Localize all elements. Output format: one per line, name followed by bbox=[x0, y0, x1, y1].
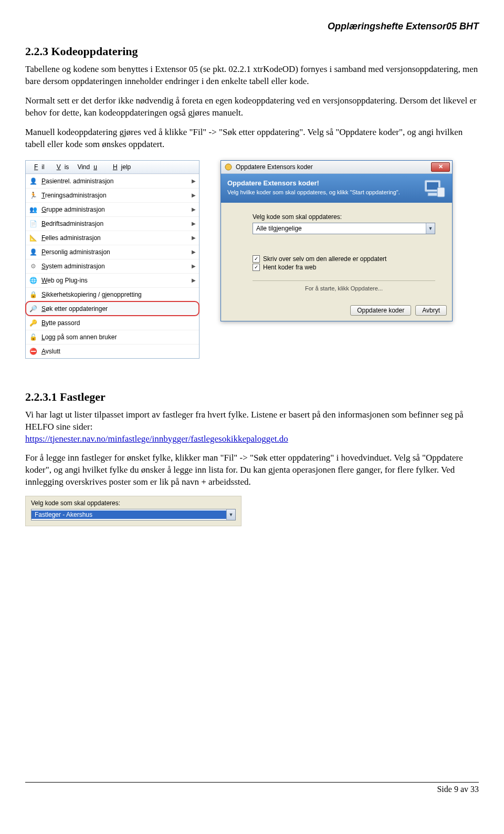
dialog-body: Velg kode som skal oppdateres: Alle tilg… bbox=[221, 203, 452, 305]
menu-item-icon: 👥 bbox=[29, 205, 37, 214]
cancel-button[interactable]: Avbryt bbox=[415, 305, 447, 316]
menu-item-treningsadministrasjon[interactable]: 🏃Treningsadministrasjon▶ bbox=[26, 188, 199, 202]
menu-item-icon: 🔓 bbox=[29, 333, 37, 341]
web-checkbox-row[interactable]: ✓ Hent koder fra web bbox=[253, 264, 435, 271]
paragraph: Manuell kodeoppdatering gjøres ved å kli… bbox=[25, 127, 479, 151]
menu-fil[interactable]: Fil bbox=[27, 162, 48, 172]
menu-item-icon: 📐 bbox=[29, 234, 37, 242]
separator bbox=[253, 280, 435, 281]
submenu-arrow-icon: ▶ bbox=[191, 263, 196, 269]
overwrite-checkbox-row[interactable]: ✓ Skriv over selv om den allerede er opp… bbox=[253, 255, 435, 263]
submenu-arrow-icon: ▶ bbox=[191, 192, 196, 198]
menu-item-label: Bedriftsadministrasjon bbox=[41, 220, 186, 227]
dialog-title-text: Oppdatere Extensors koder bbox=[236, 163, 313, 171]
submenu-arrow-icon: ▶ bbox=[191, 235, 196, 241]
combo-label: Velg kode som skal oppdateres: bbox=[253, 213, 435, 221]
menu-item-pasientrel-administrasjon[interactable]: 👤Pasientrel. administrasjon▶ bbox=[26, 174, 199, 188]
page-footer: Side 9 av 33 bbox=[25, 782, 479, 794]
menu-item-label: Søk etter oppdateringer bbox=[41, 305, 196, 312]
menu-item-label: Logg på som annen bruker bbox=[41, 333, 196, 341]
paragraph: For å legge inn fastleger for ønsket fyl… bbox=[25, 452, 479, 488]
menu-item-gruppe-administrasjon[interactable]: 👥Gruppe administrasjon▶ bbox=[26, 202, 199, 216]
doc-header: Opplæringshefte Extensor05 BHT bbox=[25, 21, 479, 32]
menubar: Fil Vis Vindu Hjelp bbox=[26, 161, 199, 174]
menu-item-icon: 🔒 bbox=[29, 290, 37, 299]
submenu-arrow-icon: ▶ bbox=[191, 221, 196, 226]
checkbox-icon[interactable]: ✓ bbox=[253, 255, 260, 263]
menu-item-label: Treningsadministrasjon bbox=[41, 192, 186, 199]
svg-rect-2 bbox=[427, 182, 438, 190]
menu-item-icon: 📄 bbox=[29, 220, 37, 228]
menu-item-label: Gruppe administrasjon bbox=[41, 206, 186, 213]
checkbox-label: Skriv over selv om den allerede er oppda… bbox=[263, 255, 386, 263]
menu-item-label: Bytte passord bbox=[41, 319, 196, 327]
menu-item-felles-administrasjon[interactable]: 📐Felles administrasjon▶ bbox=[26, 231, 199, 245]
menu-item-icon: 👤 bbox=[29, 177, 37, 185]
menu-item-personlig-administrasjon[interactable]: 👤Personlig administrasjon▶ bbox=[26, 245, 199, 259]
dialog-hint: For å starte, klikk Oppdatere... bbox=[253, 285, 435, 291]
section-heading: 2.2.3.1 Fastleger bbox=[25, 390, 479, 404]
submenu-arrow-icon: ▶ bbox=[191, 206, 196, 212]
dialog-banner: Oppdatere Extensors koder! Velg hvilke k… bbox=[221, 174, 452, 203]
update-button[interactable]: Oppdatere koder bbox=[350, 305, 411, 316]
menu-item-label: Sikkerhetskopiering / gjenoppretting bbox=[41, 291, 196, 298]
menu-item-icon: ⚙ bbox=[29, 262, 37, 270]
menu-item-bytte-passord[interactable]: 🔑Bytte passord bbox=[26, 316, 199, 330]
svg-rect-3 bbox=[428, 193, 437, 196]
menu-item-label: Pasientrel. administrasjon bbox=[41, 178, 186, 185]
menu-item-icon: 🏃 bbox=[29, 191, 37, 200]
menu-hjelp[interactable]: Hjelp bbox=[106, 162, 134, 172]
chevron-down-icon[interactable]: ▼ bbox=[226, 509, 235, 520]
combo-label: Velg kode som skal oppdateres: bbox=[31, 499, 236, 507]
checkbox-icon[interactable]: ✓ bbox=[253, 264, 260, 271]
banner-heading: Oppdatere Extensors koder! bbox=[227, 179, 446, 187]
checkbox-label: Hent koder fra web bbox=[263, 264, 316, 271]
menu-item-icon: 🔑 bbox=[29, 319, 37, 327]
svg-point-0 bbox=[225, 164, 232, 170]
paragraph: Vi har lagt ut lister tilpasset import a… bbox=[25, 409, 479, 445]
fastleger-combo[interactable]: Fastleger - Akershus ▼ bbox=[31, 509, 236, 520]
paragraph: Normalt sett er det derfor ikke nødvendi… bbox=[25, 95, 479, 119]
menu-item-bedriftsadministrasjon[interactable]: 📄Bedriftsadministrasjon▶ bbox=[26, 216, 199, 231]
menu-vis[interactable]: Vis bbox=[49, 162, 73, 172]
section-heading: 2.2.3 Kodeoppdatering bbox=[25, 45, 479, 58]
svg-rect-4 bbox=[437, 187, 445, 197]
code-combo[interactable]: Alle tilgjengelige ▼ bbox=[253, 223, 435, 234]
chevron-down-icon[interactable]: ▼ bbox=[426, 223, 435, 234]
menu-item-avslutt[interactable]: ⛔Avslutt bbox=[26, 344, 199, 358]
screenshot-row: Fil Vis Vindu Hjelp 👤Pasientrel. adminis… bbox=[25, 160, 479, 359]
banner-subtext: Velg hvilke koder som skal oppdateres, o… bbox=[227, 189, 446, 195]
dialog-button-row: Oppdatere koder Avbryt bbox=[221, 305, 452, 321]
menu-item-label: Web og Plug-ins bbox=[41, 277, 186, 284]
computer-icon bbox=[423, 178, 447, 199]
combo-value: Alle tilgjengelige bbox=[253, 225, 426, 232]
page-number: Side 9 av 33 bbox=[437, 785, 479, 794]
menu-item-web-og-plug-ins[interactable]: 🌐Web og Plug-ins▶ bbox=[26, 273, 199, 287]
menu-vindu[interactable]: Vindu bbox=[74, 162, 104, 172]
menu-item-label: Personlig administrasjon bbox=[41, 248, 186, 256]
menu-item-sikkerhetskopiering-gjenoppretting[interactable]: 🔒Sikkerhetskopiering / gjenoppretting bbox=[26, 287, 199, 301]
submenu-arrow-icon: ▶ bbox=[191, 249, 196, 255]
paragraph: Tabellene og kodene som benyttes i Exten… bbox=[25, 64, 479, 88]
file-menu-panel: Fil Vis Vindu Hjelp 👤Pasientrel. adminis… bbox=[25, 160, 200, 359]
menu-item-icon: ⛔ bbox=[29, 347, 37, 356]
submenu-arrow-icon: ▶ bbox=[191, 178, 196, 184]
menu-item-label: System administrasjon bbox=[41, 263, 186, 270]
dialog-icon bbox=[224, 163, 233, 171]
menu-item-icon: 🌐 bbox=[29, 276, 37, 285]
menu-item-label: Felles administrasjon bbox=[41, 234, 186, 242]
close-button[interactable]: ✕ bbox=[431, 162, 450, 172]
dialog-titlebar: Oppdatere Extensors koder ✕ bbox=[221, 161, 452, 174]
menu-item-label: Avslutt bbox=[41, 348, 196, 355]
menu-item-icon: 🔎 bbox=[29, 305, 37, 313]
helfo-link[interactable]: https://tjenester.nav.no/minfastlege/inn… bbox=[25, 434, 288, 444]
combo-value: Fastleger - Akershus bbox=[32, 510, 226, 519]
menu-item-icon: 👤 bbox=[29, 248, 37, 256]
submenu-arrow-icon: ▶ bbox=[191, 277, 196, 283]
fastleger-combo-block: Velg kode som skal oppdateres: Fastleger… bbox=[25, 496, 242, 526]
menu-item-s-k-etter-oppdateringer[interactable]: 🔎Søk etter oppdateringer bbox=[26, 301, 199, 316]
menu-item-system-administrasjon[interactable]: ⚙System administrasjon▶ bbox=[26, 259, 199, 273]
update-dialog: Oppdatere Extensors koder ✕ Oppdatere Ex… bbox=[220, 160, 453, 321]
menu-item-logg-p-som-annen-bruker[interactable]: 🔓Logg på som annen bruker bbox=[26, 330, 199, 344]
menu-list: 👤Pasientrel. administrasjon▶🏃Treningsadm… bbox=[26, 174, 199, 358]
